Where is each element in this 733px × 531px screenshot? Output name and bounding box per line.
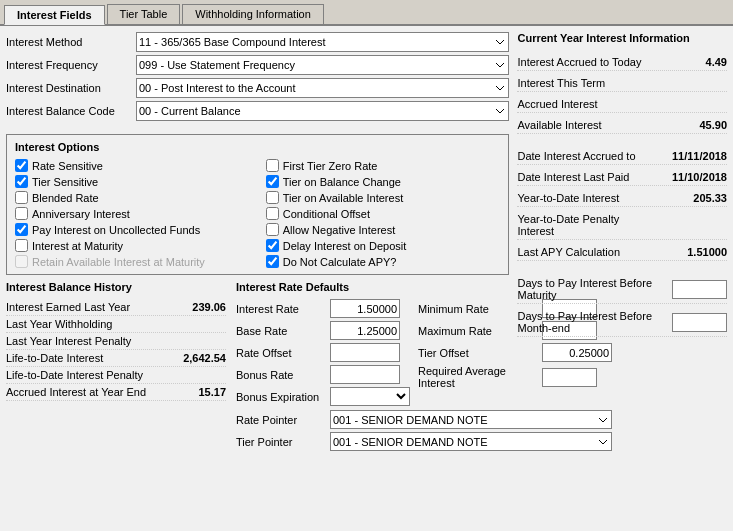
tab-bar: Interest Fields Tier Table Withholding I… — [0, 0, 733, 26]
info-row-5: Date Interest Last Paid 11/10/2018 — [517, 169, 727, 186]
info-input-9[interactable] — [672, 280, 727, 299]
cb-do-not-calculate-label: Do Not Calculate APY? — [283, 256, 397, 268]
balance-history-title: Interest Balance History — [6, 281, 226, 293]
cb-anniversary-interest: Anniversary Interest — [15, 207, 250, 220]
history-label-4: Life-to-Date Interest Penalty — [6, 369, 143, 381]
info-label-4: Date Interest Accrued to — [517, 150, 635, 162]
info-label-1: Interest This Term — [517, 77, 605, 89]
cb-delay-interest-label: Delay Interest on Deposit — [283, 240, 407, 252]
history-value-5: 15.17 — [166, 386, 226, 398]
rate-bonus-input[interactable] — [330, 365, 400, 384]
tab-withholding-info[interactable]: Withholding Information — [182, 4, 324, 24]
cb-allow-negative: Allow Negative Interest — [266, 223, 501, 236]
rate-bonus-row: Bonus Rate — [236, 365, 410, 384]
cb-tier-on-available-input[interactable] — [266, 191, 279, 204]
rate-interest-label: Interest Rate — [236, 303, 326, 315]
cb-rate-sensitive-label: Rate Sensitive — [32, 160, 103, 172]
history-row-2: Last Year Interest Penalty — [6, 333, 226, 350]
rate-offset-row: Rate Offset — [236, 343, 410, 362]
cb-retain-available-input — [15, 255, 28, 268]
cb-blended-rate-label: Blended Rate — [32, 192, 99, 204]
rate-bonus-exp-select[interactable] — [330, 387, 410, 406]
top-fields: Interest Method 11 - 365/365 Base Compou… — [6, 32, 509, 124]
info-value-4: 11/11/2018 — [657, 150, 727, 162]
cb-interest-at-maturity-label: Interest at Maturity — [32, 240, 123, 252]
history-label-0: Interest Earned Last Year — [6, 301, 130, 313]
info-row-8: Last APY Calculation 1.51000 — [517, 244, 727, 261]
rate-base-row: Base Rate — [236, 321, 410, 340]
cb-anniversary-interest-input[interactable] — [15, 207, 28, 220]
info-row-10: Days to Pay Interest Before Month-end — [517, 308, 727, 337]
cb-pay-interest-uncollected: Pay Interest on Uncollected Funds — [15, 223, 250, 236]
cb-anniversary-interest-label: Anniversary Interest — [32, 208, 130, 220]
info-label-2: Accrued Interest — [517, 98, 597, 110]
cb-pay-interest-uncollected-input[interactable] — [15, 223, 28, 236]
info-row-3: Available Interest 45.90 — [517, 117, 727, 134]
info-value-8: 1.51000 — [657, 246, 727, 258]
interest-options-title: Interest Options — [15, 141, 500, 153]
cb-delay-interest: Delay Interest on Deposit — [266, 239, 501, 252]
cb-delay-interest-input[interactable] — [266, 239, 279, 252]
info-row-1: Interest This Term — [517, 75, 727, 92]
interest-method-select[interactable]: 11 - 365/365 Base Compound Interest — [136, 32, 509, 52]
interest-frequency-label: Interest Frequency — [6, 59, 136, 71]
history-row-5: Accrued Interest at Year End 15.17 — [6, 384, 226, 401]
cb-pay-interest-uncollected-label: Pay Interest on Uncollected Funds — [32, 224, 200, 236]
rate-offset-input[interactable] — [330, 343, 400, 362]
interest-method-row: Interest Method 11 - 365/365 Base Compou… — [6, 32, 509, 52]
history-value-0: 239.06 — [166, 301, 226, 313]
cb-do-not-calculate: Do Not Calculate APY? — [266, 255, 501, 268]
info-label-3: Available Interest — [517, 119, 601, 131]
info-row-0: Interest Accrued to Today 4.49 — [517, 54, 727, 71]
rate-offset-label: Rate Offset — [236, 347, 326, 359]
rate-base-input[interactable] — [330, 321, 400, 340]
options-col-right: First Tier Zero Rate Tier on Balance Cha… — [266, 159, 501, 268]
interest-method-label: Interest Method — [6, 36, 136, 48]
tab-interest-fields[interactable]: Interest Fields — [4, 5, 105, 25]
history-row-0: Interest Earned Last Year 239.06 — [6, 299, 226, 316]
cb-conditional-offset: Conditional Offset — [266, 207, 501, 220]
info-input-10[interactable] — [672, 313, 727, 332]
history-label-5: Accrued Interest at Year End — [6, 386, 146, 398]
rate-bonus-exp-row: Bonus Expiration — [236, 387, 410, 406]
history-label-2: Last Year Interest Penalty — [6, 335, 131, 347]
interest-destination-label: Interest Destination — [6, 82, 136, 94]
cb-tier-on-balance-input[interactable] — [266, 175, 279, 188]
cb-tier-sensitive: Tier Sensitive — [15, 175, 250, 188]
cb-blended-rate-input[interactable] — [15, 191, 28, 204]
cb-tier-sensitive-input[interactable] — [15, 175, 28, 188]
cb-first-tier-zero-label: First Tier Zero Rate — [283, 160, 378, 172]
rate-interest-input[interactable] — [330, 299, 400, 318]
history-label-1: Last Year Withholding — [6, 318, 112, 330]
cb-allow-negative-input[interactable] — [266, 223, 279, 236]
cb-interest-at-maturity-input[interactable] — [15, 239, 28, 252]
cb-do-not-calculate-input[interactable] — [266, 255, 279, 268]
interest-frequency-select[interactable]: 099 - Use Statement Frequency — [136, 55, 509, 75]
cb-first-tier-zero-input[interactable] — [266, 159, 279, 172]
cb-tier-on-available-label: Tier on Available Interest — [283, 192, 403, 204]
interest-destination-row: Interest Destination 00 - Post Interest … — [6, 78, 509, 98]
balance-history-section: Interest Balance History Interest Earned… — [6, 281, 226, 525]
rate-interest-row: Interest Rate — [236, 299, 410, 318]
cb-interest-at-maturity: Interest at Maturity — [15, 239, 250, 252]
tab-tier-table[interactable]: Tier Table — [107, 4, 181, 24]
left-panel: Interest Method 11 - 365/365 Base Compou… — [6, 32, 509, 525]
info-label-5: Date Interest Last Paid — [517, 171, 629, 183]
rate-col-left: Interest Rate Base Rate Rate Offset — [236, 299, 410, 406]
cb-rate-sensitive-input[interactable] — [15, 159, 28, 172]
interest-balance-code-row: Interest Balance Code 00 - Current Balan… — [6, 101, 509, 121]
bottom-section: Interest Balance History Interest Earned… — [6, 281, 509, 525]
interest-destination-select[interactable]: 00 - Post Interest to the Account — [136, 78, 509, 98]
interest-options-section: Interest Options Rate Sensitive Tier Sen… — [6, 134, 509, 275]
history-label-3: Life-to-Date Interest — [6, 352, 103, 364]
cb-conditional-offset-input[interactable] — [266, 207, 279, 220]
rate-bonus-label: Bonus Rate — [236, 369, 326, 381]
rate-pointer-label: Rate Pointer — [236, 414, 326, 426]
options-col-left: Rate Sensitive Tier Sensitive Blended Ra… — [15, 159, 250, 268]
info-row-2: Accrued Interest — [517, 96, 727, 113]
rate-bonus-exp-label: Bonus Expiration — [236, 391, 326, 403]
cb-retain-available-label: Retain Available Interest at Maturity — [32, 256, 205, 268]
current-year-info-title: Current Year Interest Information — [517, 32, 727, 44]
info-label-10: Days to Pay Interest Before Month-end — [517, 310, 672, 334]
interest-balance-code-select[interactable]: 00 - Current Balance — [136, 101, 509, 121]
